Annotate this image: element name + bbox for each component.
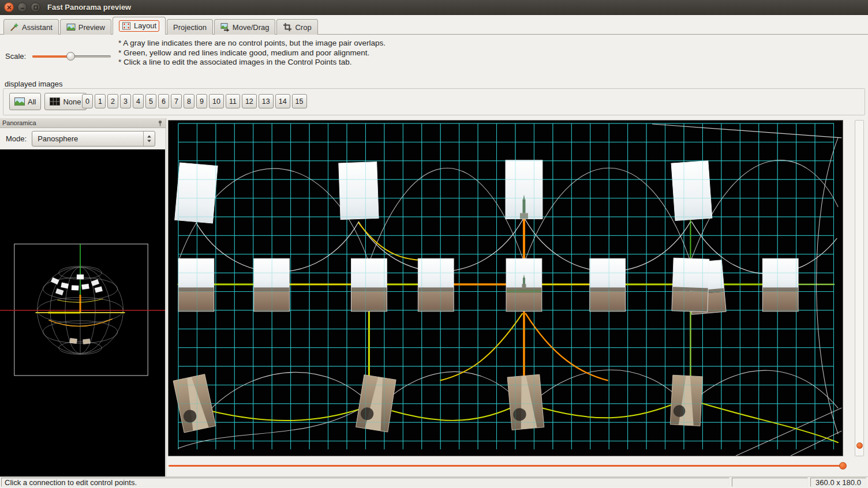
image-toggle-button-7[interactable]: 7 (171, 94, 182, 108)
image-toggle-button-3[interactable]: 3 (120, 94, 131, 108)
image-toggle-button-6[interactable]: 6 (158, 94, 169, 108)
layout-canvas[interactable] (168, 120, 843, 456)
tab-label: Layout (134, 21, 156, 30)
preview-icon (66, 22, 76, 32)
mode-select[interactable]: Panosphere (32, 131, 155, 147)
status-dimensions: 360.0 x 180.0 (810, 478, 866, 487)
status-bar: Click a connection to edit control point… (0, 476, 868, 488)
image-toggle-button-8[interactable]: 8 (184, 94, 194, 108)
move-drag-icon (220, 22, 230, 32)
image-toggle-button-4[interactable]: 4 (133, 94, 144, 108)
image-toggle-button-11[interactable]: 11 (226, 94, 240, 108)
status-cell-empty (732, 478, 808, 487)
help-line: * Click a line to edit the associated im… (118, 58, 386, 67)
scale-slider[interactable] (32, 51, 111, 61)
tab-assistant[interactable]: Assistant (3, 19, 59, 35)
tab-label: Preview (78, 23, 105, 32)
image-tile[interactable] (671, 161, 712, 221)
displayed-images-buttons: All None (9, 93, 87, 110)
image-toggle-button-9[interactable]: 9 (196, 94, 207, 108)
pin-icon[interactable] (157, 120, 163, 126)
show-all-button[interactable]: All (9, 93, 41, 110)
help-line: * Green, yellow and red lines indicate g… (118, 48, 386, 58)
image-toggle-button-14[interactable]: 14 (275, 94, 290, 108)
image-toggle-button-5[interactable]: 5 (145, 94, 156, 108)
scale-help-text: * A gray line indicates there are no con… (118, 39, 386, 67)
tab-label: Move/Drag (233, 23, 270, 32)
close-icon (6, 5, 12, 10)
maximize-icon (33, 5, 39, 10)
horizontal-scrollbar[interactable] (169, 461, 851, 471)
image-toggle-button-10[interactable]: 10 (209, 94, 224, 108)
titlebar[interactable]: Fast Panorama preview (0, 0, 868, 15)
combo-arrows-icon (143, 132, 155, 146)
vertical-scrollbar[interactable] (855, 120, 864, 456)
image-tile[interactable] (418, 258, 454, 311)
tab-crop[interactable]: Crop (276, 19, 317, 35)
horizontal-scrollbar-track[interactable] (169, 465, 843, 467)
tab-label: Crop (295, 23, 311, 32)
app-window: Fast Panorama preview Assistant Preview (0, 0, 868, 488)
mode-label: Mode: (6, 134, 27, 143)
image-tile[interactable] (762, 258, 798, 311)
all-images-icon (14, 97, 25, 106)
show-none-button[interactable]: None (44, 93, 86, 110)
layout-icon (122, 21, 131, 31)
scale-label: Scale: (5, 52, 26, 61)
image-toggle-button-15[interactable]: 15 (292, 94, 307, 108)
layout-canvas-svg[interactable] (169, 121, 843, 456)
minimize-icon (20, 5, 25, 10)
panosphere-preview[interactable] (0, 149, 165, 476)
window-maximize-button[interactable] (31, 2, 40, 12)
image-tile[interactable] (339, 162, 379, 220)
tab-focus-ring: Layout (119, 20, 159, 32)
panel-title: Panoramica (2, 119, 36, 126)
panosphere-svg[interactable] (0, 149, 165, 476)
image-toggle-button-12[interactable]: 12 (242, 94, 257, 108)
image-toggle-button-2[interactable]: 2 (107, 94, 118, 108)
help-line: * A gray line indicates there are no con… (118, 39, 386, 48)
slider-thumb[interactable] (66, 52, 75, 61)
image-tile[interactable] (507, 374, 544, 430)
tab-preview[interactable]: Preview (60, 19, 111, 35)
displayed-images-label: displayed images (5, 80, 62, 88)
window-close-button[interactable] (4, 2, 14, 12)
image-tile[interactable] (506, 258, 542, 311)
image-tile[interactable] (351, 258, 387, 311)
tab-bar: Assistant Preview Layout Projecti (0, 15, 868, 35)
image-tile[interactable] (178, 258, 214, 311)
show-none-label: None (63, 97, 81, 106)
window-title: Fast Panorama preview (47, 3, 131, 12)
horizontal-scrollbar-thumb[interactable] (839, 462, 847, 470)
slider-fill (32, 55, 70, 58)
no-images-icon (50, 97, 60, 106)
mode-value: Panosphere (38, 134, 143, 143)
window-minimize-button[interactable] (17, 2, 27, 12)
image-tile[interactable] (506, 160, 542, 219)
image-tile[interactable] (590, 258, 626, 311)
displayed-images-frame: All None 0123456789101112131415 (3, 88, 865, 115)
image-toggle-button-13[interactable]: 13 (259, 94, 274, 108)
image-number-buttons: 0123456789101112131415 (82, 94, 307, 108)
image-tile[interactable] (175, 163, 218, 223)
mode-row: Mode: Panosphere (0, 128, 166, 149)
tab-layout[interactable]: Layout (113, 17, 166, 35)
status-message: Click a connection to edit control point… (1, 478, 729, 487)
panel-header[interactable]: Panoramica (0, 118, 166, 128)
tab-move-drag[interactable]: Move/Drag (214, 19, 276, 35)
panorama-side-panel: Panoramica Mode: Panosphere (0, 118, 166, 476)
tab-label: Assistant (22, 23, 53, 32)
assistant-icon (10, 22, 19, 32)
vertical-scrollbar-thumb[interactable] (856, 442, 863, 449)
image-toggle-button-0[interactable]: 0 (82, 94, 93, 108)
tab-projection[interactable]: Projection (167, 19, 213, 35)
image-tile[interactable] (670, 375, 702, 426)
image-tile[interactable] (672, 258, 709, 312)
image-toggle-button-1[interactable]: 1 (95, 94, 106, 108)
crop-icon (283, 22, 292, 32)
tab-label: Projection (173, 23, 207, 32)
show-all-label: All (28, 97, 36, 106)
